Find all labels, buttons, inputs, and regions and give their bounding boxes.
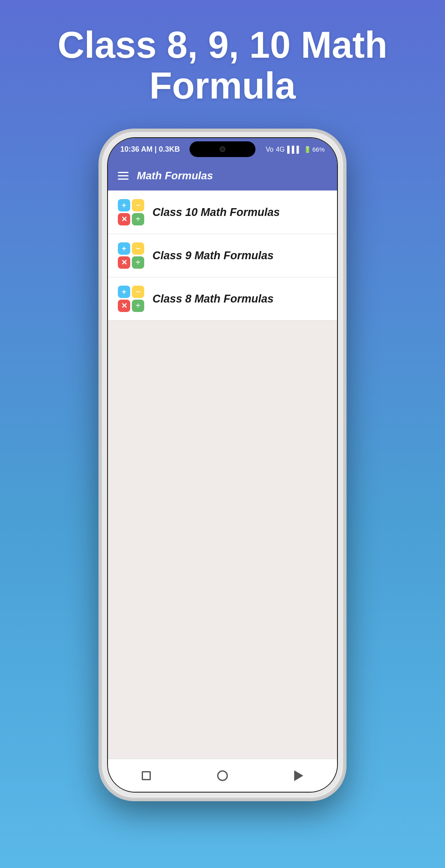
nav-recents-button[interactable]: [139, 768, 154, 783]
list-item-class9[interactable]: + − ✕ ÷ Class 9 Math Formulas: [108, 234, 337, 277]
list-item-label-class10: Class 10 Math Formulas: [152, 206, 280, 219]
list-item-class8[interactable]: + − ✕ ÷ Class 8 Math Formulas: [108, 277, 337, 321]
nav-bar: [108, 759, 337, 792]
phone-inner: 10:36 AM | 0.3KB Vo 4G ▌▌▌ 🔋 66%: [107, 137, 338, 793]
nav-home-button[interactable]: [215, 768, 230, 783]
signal-icon: Vo: [266, 146, 274, 153]
minus-icon: −: [132, 286, 144, 298]
recents-icon: [142, 771, 151, 780]
math-icon-grid: + − ✕ ÷: [118, 199, 144, 225]
status-bar: 10:36 AM | 0.3KB Vo 4G ▌▌▌ 🔋 66%: [108, 138, 337, 161]
divide-icon: ÷: [132, 213, 144, 225]
list-content: + − ✕ ÷ Class 10 Math Formulas + − ✕: [108, 190, 337, 759]
list-item-class10[interactable]: + − ✕ ÷ Class 10 Math Formulas: [108, 190, 337, 234]
divide-icon: ÷: [132, 300, 144, 312]
back-icon: [294, 770, 303, 781]
phone-shell: 10:36 AM | 0.3KB Vo 4G ▌▌▌ 🔋 66%: [101, 131, 344, 799]
home-icon: [217, 770, 228, 781]
list-item-label-class9: Class 9 Math Formulas: [152, 249, 274, 262]
phone-screen: 10:36 AM | 0.3KB Vo 4G ▌▌▌ 🔋 66%: [108, 138, 337, 792]
nav-back-button[interactable]: [291, 768, 306, 783]
volume-up-button: [101, 223, 102, 248]
plus-icon: +: [118, 286, 130, 298]
silent-button: [101, 301, 102, 338]
minus-icon: −: [132, 242, 144, 255]
wifi-icon: ▌▌▌: [287, 146, 301, 153]
notch: [190, 141, 255, 157]
math-icon-grid: + − ✕ ÷: [118, 242, 144, 269]
network-icon: 4G: [276, 146, 285, 153]
hamburger-menu-button[interactable]: [118, 172, 129, 180]
battery-icon: 🔋 66%: [304, 146, 325, 153]
app-bar: Math Formulas: [108, 161, 337, 190]
minus-icon: −: [132, 199, 144, 211]
list-item-label-class8: Class 8 Math Formulas: [152, 293, 274, 305]
hamburger-line: [118, 178, 129, 180]
front-camera: [220, 146, 225, 152]
plus-icon: +: [118, 242, 130, 255]
multiply-icon: ✕: [118, 300, 130, 312]
multiply-icon: ✕: [118, 256, 130, 269]
status-icons: Vo 4G ▌▌▌ 🔋 66%: [266, 146, 325, 153]
plus-icon: +: [118, 199, 130, 211]
page-title: Class 8, 9, 10 Math Formula: [0, 25, 445, 106]
power-button: [343, 260, 344, 314]
multiply-icon: ✕: [118, 213, 130, 225]
phone-mockup: 10:36 AM | 0.3KB Vo 4G ▌▌▌ 🔋 66%: [101, 131, 344, 799]
math-icon-grid: + − ✕ ÷: [118, 286, 144, 312]
volume-down-button: [101, 256, 102, 293]
status-time: 10:36 AM | 0.3KB: [120, 145, 180, 154]
hamburger-line: [118, 172, 129, 173]
hamburger-line: [118, 175, 129, 176]
app-bar-title: Math Formulas: [137, 169, 213, 182]
divide-icon: ÷: [132, 256, 144, 269]
